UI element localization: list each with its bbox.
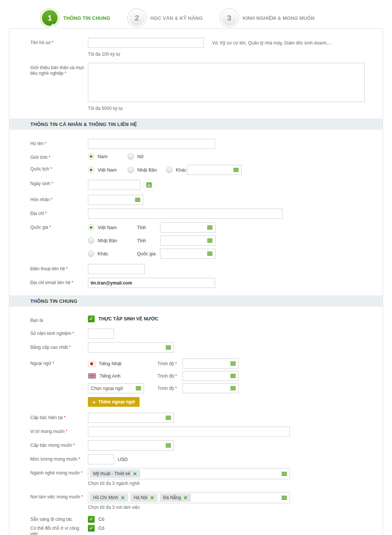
so-nam-label: Số năm kinh nghiệm bbox=[30, 331, 71, 336]
wizard-step-3[interactable]: 3 KINH NGHIỆM & MONG MUỐN bbox=[221, 10, 315, 26]
tag-remove-icon[interactable]: ✕ bbox=[184, 495, 188, 500]
tag-remove-icon[interactable]: ✕ bbox=[150, 495, 154, 500]
doi-cho-o-label: Có thể đổi chỗ ở vì công việc bbox=[30, 526, 79, 535]
select-placeholder: Chọn ngoại ngữ bbox=[91, 386, 123, 391]
field-gioi-tinh: Giới tính* Nam Nữ bbox=[30, 153, 369, 160]
radio-gioi-tinh-nam[interactable]: Nam bbox=[88, 153, 128, 160]
email-input[interactable] bbox=[88, 278, 215, 288]
step-2-circle: 2 bbox=[129, 10, 145, 26]
them-ngoai-ngu-label: Thêm ngoại ngữ bbox=[98, 399, 135, 405]
cap-bac-mong-muon-label: Cấp bậc mong muốn bbox=[30, 443, 72, 448]
ten-ho-so-input[interactable] bbox=[88, 38, 204, 48]
doi-cho-o-checkbox[interactable] bbox=[88, 525, 95, 532]
email-label: Địa chỉ email liên hệ bbox=[30, 280, 70, 285]
radio-gioi-tinh-nu[interactable]: Nữ bbox=[128, 153, 144, 160]
muc-luong-input[interactable] bbox=[88, 454, 114, 464]
tag-remove-icon[interactable]: ✕ bbox=[121, 495, 125, 500]
radio-quoc-gia-viet-nam[interactable]: Việt Nam bbox=[88, 224, 137, 231]
radio-quoc-gia-nhat-ban[interactable]: Nhật Bản bbox=[88, 237, 137, 244]
radio-label: Nhật Bản bbox=[98, 238, 117, 243]
required-mark: * bbox=[45, 141, 46, 146]
cap-bac-hien-tai-select[interactable] bbox=[88, 413, 174, 423]
required-mark: * bbox=[49, 225, 51, 230]
trinh-do-select-extra[interactable] bbox=[183, 383, 239, 393]
calendar-glyph bbox=[146, 182, 152, 188]
required-mark: * bbox=[69, 345, 71, 350]
noi-lam-viec-multiselect[interactable]: Hồ Chí Minh ✕ Hà Nội ✕ Đà Nẵng ✕ bbox=[88, 492, 290, 503]
required-mark: * bbox=[64, 415, 66, 420]
step-2-label: HỌC VẤN & KỸ NĂNG bbox=[150, 15, 203, 21]
gioi-thieu-textarea[interactable] bbox=[88, 63, 365, 102]
field-bang-cap: Bằng cấp cao nhất* bbox=[30, 342, 369, 353]
tag-remove-icon[interactable]: ✕ bbox=[133, 471, 137, 476]
cap-bac-hien-tai-label: Cấp bậc hiện tại bbox=[30, 415, 63, 420]
required-mark: * bbox=[65, 71, 67, 76]
dien-thoai-input[interactable] bbox=[88, 264, 145, 274]
muc-luong-label: Mức lương mong muốn bbox=[30, 456, 77, 462]
uk-flag-icon bbox=[88, 373, 96, 379]
thuc-tap-sinh-label: THỰC TẬP SINH VỀ NƯỚC bbox=[98, 316, 158, 322]
quoc-tich-khac-select[interactable] bbox=[187, 165, 242, 175]
field-dia-chi: Địa chỉ* bbox=[30, 209, 369, 219]
step-1-label: THÔNG TIN CHUNG bbox=[63, 15, 110, 21]
field-hon-nhan: Hôn nhân* bbox=[30, 195, 369, 205]
radio-quoc-tich-viet-nam[interactable]: Việt Nam bbox=[88, 167, 128, 173]
tinh-select-viet-nam[interactable] bbox=[160, 222, 215, 233]
required-mark: * bbox=[50, 166, 52, 172]
radio-quoc-tich-khac[interactable]: Khác bbox=[166, 167, 187, 173]
ten-ho-so-max-hint: Tối đa 100 ký tự bbox=[88, 52, 369, 57]
quoc-gia-row-nhat-ban: Nhật Bản Tỉnh bbox=[88, 236, 215, 246]
dia-chi-label: Địa chỉ bbox=[30, 211, 44, 216]
lang-name: Tiếng Nhật bbox=[99, 361, 122, 366]
them-ngoai-ngu-button[interactable]: + Thêm ngoại ngữ bbox=[88, 397, 140, 407]
chon-ngoai-ngu-select[interactable]: Chọn ngoại ngữ bbox=[88, 383, 144, 393]
field-nganh-nghe: Ngành nghề mong muốn* Mỹ thuật - Thiết k… bbox=[30, 468, 369, 479]
nganh-nghe-hint: Chọn tối đa 3 ngành nghề bbox=[88, 481, 369, 486]
hon-nhan-label: Hôn nhân bbox=[30, 197, 50, 202]
field-ho-ten: Họ tên* bbox=[30, 139, 369, 149]
field-noi-lam-viec: Nơi làm việc mong muốn* Hồ Chí Minh ✕ Hà… bbox=[30, 492, 369, 503]
gioi-tinh-label: Giới tính bbox=[30, 155, 48, 160]
dropdown-menu-icon bbox=[135, 198, 140, 202]
tag-label: Đà Nẵng bbox=[163, 495, 181, 500]
radio-icon bbox=[128, 153, 134, 160]
tag-da-nang: Đà Nẵng ✕ bbox=[160, 494, 191, 502]
quoc-gia-label: Quốc gia bbox=[30, 225, 48, 230]
wizard-step-2[interactable]: 2 HỌC VẤN & KỸ NĂNG bbox=[129, 10, 203, 26]
field-quoc-tich: Quốc tịch* Việt Nam Nhật Bản Khác bbox=[30, 164, 369, 175]
ho-ten-label: Họ tên bbox=[30, 141, 43, 146]
bang-cap-select[interactable] bbox=[88, 342, 174, 353]
field-cap-bac-mong-muon: Cấp bậc mong muốn* bbox=[30, 440, 369, 451]
so-nam-input[interactable] bbox=[88, 329, 114, 339]
cong-tac-label: Sẵn sàng đi công tác bbox=[30, 517, 72, 522]
ngay-sinh-label: Ngày sinh bbox=[30, 181, 50, 186]
hon-nhan-select[interactable] bbox=[88, 195, 143, 205]
required-mark: * bbox=[51, 197, 53, 202]
trinh-do-select-tieng-nhat[interactable] bbox=[183, 359, 239, 369]
thuc-tap-sinh-checkbox[interactable] bbox=[88, 316, 95, 322]
tag-label: Hà Nội bbox=[134, 495, 148, 500]
quoc-gia-khac-select[interactable] bbox=[160, 249, 215, 259]
quoc-gia-sub-label: Quốc gia bbox=[137, 251, 160, 256]
radio-quoc-tich-nhat-ban[interactable]: Nhật Bản bbox=[128, 167, 166, 173]
cong-tac-checkbox[interactable] bbox=[88, 516, 95, 523]
vi-tri-input[interactable] bbox=[88, 427, 290, 437]
field-dien-thoai: Điện thoại liên hệ* bbox=[30, 264, 369, 274]
cong-tac-value-label: Có bbox=[98, 517, 104, 522]
field-muc-luong: Mức lương mong muốn* USD bbox=[30, 454, 369, 464]
doi-cho-o-value-label: Có bbox=[98, 526, 104, 531]
nganh-nghe-multiselect[interactable]: Mỹ thuật - Thiết kế ✕ bbox=[88, 468, 290, 479]
dia-chi-input[interactable] bbox=[88, 209, 282, 219]
calendar-icon[interactable] bbox=[143, 179, 155, 191]
required-mark: * bbox=[51, 181, 53, 186]
tinh-select-nhat-ban[interactable] bbox=[160, 236, 215, 246]
wizard-step-1[interactable]: 1 THÔNG TIN CHUNG bbox=[42, 10, 110, 26]
dien-thoai-label: Điện thoại liên hệ bbox=[30, 266, 65, 271]
dropdown-menu-icon bbox=[207, 225, 212, 230]
ho-ten-input[interactable] bbox=[88, 139, 215, 149]
required-mark: * bbox=[175, 386, 177, 391]
cap-bac-mong-muon-select[interactable] bbox=[88, 440, 174, 451]
trinh-do-select-tieng-anh[interactable] bbox=[183, 371, 239, 381]
ngay-sinh-input[interactable] bbox=[88, 180, 140, 190]
radio-quoc-gia-khac[interactable]: Khác bbox=[88, 250, 137, 257]
